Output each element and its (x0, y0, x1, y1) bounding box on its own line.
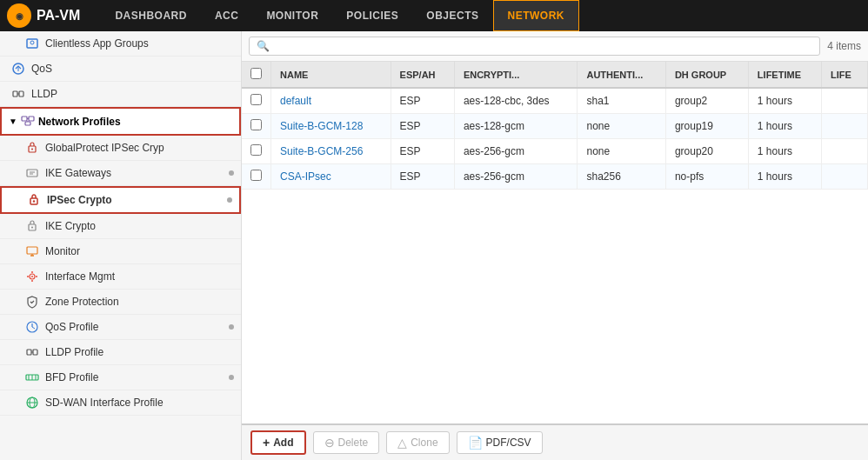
search-box: 🔍 (249, 37, 820, 56)
table-header-row: NAME ESP/AH ENCRYPTI... AUTHENTI... DH G… (242, 62, 868, 88)
ike-gateways-dot (229, 170, 234, 176)
qos-icon (10, 61, 26, 77)
nav-network[interactable]: NETWORK (493, 0, 580, 31)
row-4-checkbox[interactable] (250, 170, 262, 181)
row-2-lifetime: 1 hours (748, 114, 821, 139)
sidebar-item-globalprotect[interactable]: GlobalProtect IPSec Cryp (0, 136, 241, 161)
item-count: 4 items (820, 40, 861, 52)
monitor-icon (24, 243, 40, 259)
row-4-name[interactable]: CSA-IPsec (271, 164, 391, 190)
clone-label: Clone (411, 437, 437, 449)
app-logo: ◉ PA-VM (7, 3, 80, 28)
svg-line-32 (32, 327, 35, 329)
select-all-checkbox[interactable] (250, 68, 262, 79)
add-button[interactable]: + Add (250, 430, 306, 455)
row-4-authentication: sha256 (578, 164, 665, 190)
sidebar-item-sdwan[interactable]: SD-WAN Interface Profile (0, 390, 241, 416)
lldp-label: LLDP (31, 88, 57, 100)
header-dh-group: DH GROUP (665, 62, 748, 88)
sidebar-item-ike-gateways[interactable]: IKE Gateways (0, 161, 241, 186)
interface-mgmt-label: Interface Mgmt (45, 270, 115, 283)
row-3-esp-ah: ESP (391, 139, 454, 164)
ipsec-crypto-dot (227, 197, 232, 203)
clone-button[interactable]: △ Clone (386, 431, 449, 454)
add-label: Add (273, 437, 293, 449)
row-3-life (821, 139, 867, 164)
row-checkbox-3 (242, 139, 271, 164)
row-1-name[interactable]: default (271, 88, 391, 114)
nav-monitor[interactable]: MONITOR (252, 0, 332, 31)
globalprotect-icon (24, 140, 40, 156)
sidebar-item-interface-mgmt[interactable]: Interface Mgmt (0, 264, 241, 290)
content-area: 🔍 4 items NAME ESP/AH ENCRYPTI... AUTHEN… (242, 31, 868, 460)
bfd-profile-dot (229, 375, 234, 380)
row-1-encryption: aes-128-cbc, 3des (454, 88, 578, 114)
interface-mgmt-icon (24, 269, 40, 284)
zone-protection-label: Zone Protection (45, 296, 119, 308)
nav-objects[interactable]: OBJECTS (412, 0, 492, 31)
svg-rect-33 (27, 350, 31, 355)
monitor-label: Monitor (45, 245, 80, 257)
table-row: default ESP aes-128-cbc, 3des sha1 group… (242, 88, 868, 114)
row-2-name[interactable]: Suite-B-GCM-128 (271, 114, 391, 139)
row-2-authentication: none (578, 114, 665, 139)
nav-dashboard[interactable]: DASHBOARD (101, 0, 201, 31)
row-checkbox-1 (242, 88, 271, 114)
qos-label: QoS (31, 63, 52, 75)
row-3-checkbox[interactable] (250, 144, 262, 156)
svg-point-20 (31, 227, 33, 229)
bottom-bar: + Add ⊖ Delete △ Clone 📄 PDF/CSV (242, 423, 868, 460)
nav-policies[interactable]: POLICIES (332, 0, 412, 31)
clone-icon: △ (397, 436, 407, 450)
top-navigation: ◉ PA-VM DASHBOARD ACC MONITOR POLICIES O… (0, 0, 868, 31)
nav-acc[interactable]: ACC (201, 0, 253, 31)
sidebar-item-lldp-profile[interactable]: LLDP Profile (0, 340, 241, 365)
sdwan-icon (24, 395, 40, 410)
header-esp-ah: ESP/AH (391, 62, 454, 88)
svg-rect-7 (22, 117, 27, 121)
sidebar-item-ike-crypto[interactable]: IKE Crypto (0, 214, 241, 239)
sidebar-item-monitor[interactable]: Monitor (0, 239, 241, 264)
table-row: CSA-IPsec ESP aes-256-gcm sha256 no-pfs … (242, 164, 868, 190)
row-4-encryption: aes-256-gcm (454, 164, 578, 190)
search-icon: 🔍 (257, 40, 270, 52)
qos-profile-label: QoS Profile (45, 321, 98, 333)
row-3-encryption: aes-256-gcm (454, 139, 578, 164)
sidebar-item-qos-profile[interactable]: QoS Profile (0, 315, 241, 340)
svg-rect-34 (33, 350, 37, 355)
qos-profile-icon (24, 319, 40, 335)
row-1-checkbox[interactable] (250, 94, 262, 105)
delete-button[interactable]: ⊖ Delete (313, 431, 380, 454)
logo-icon: ◉ (7, 3, 31, 28)
sidebar-item-lldp[interactable]: LLDP (0, 82, 241, 107)
sdwan-label: SD-WAN Interface Profile (45, 397, 164, 409)
sidebar-item-clientless[interactable]: Clientless App Groups (0, 31, 241, 57)
row-3-name[interactable]: Suite-B-GCM-256 (271, 139, 391, 164)
row-4-life (821, 164, 867, 190)
row-1-authentication: sha1 (578, 88, 665, 114)
svg-rect-5 (19, 91, 23, 97)
header-checkbox-col (242, 62, 271, 88)
table-wrapper: NAME ESP/AH ENCRYPTI... AUTHENTI... DH G… (242, 62, 868, 423)
sidebar-item-bfd-profile[interactable]: BFD Profile (0, 365, 241, 390)
search-input[interactable] (273, 40, 812, 52)
sidebar-item-network-profiles[interactable]: ▼ Network Profiles (0, 107, 241, 136)
row-1-dh-group: group2 (665, 88, 748, 114)
pdf-csv-button[interactable]: 📄 PDF/CSV (457, 431, 543, 454)
qos-profile-dot (229, 324, 234, 330)
svg-rect-14 (27, 170, 37, 177)
header-authentication: AUTHENTI... (578, 62, 665, 88)
row-2-checkbox[interactable] (250, 119, 262, 130)
svg-point-25 (31, 276, 33, 277)
sidebar-item-qos[interactable]: QoS (0, 57, 241, 82)
ipsec-crypto-icon (26, 192, 42, 208)
row-checkbox-2 (242, 114, 271, 139)
row-2-encryption: aes-128-gcm (454, 114, 578, 139)
network-profiles-label: Network Profiles (38, 116, 121, 128)
svg-rect-10 (25, 122, 30, 125)
sidebar-item-ipsec-crypto[interactable]: IPSec Crypto (0, 186, 241, 214)
sidebar-item-zone-protection[interactable]: Zone Protection (0, 290, 241, 315)
table-row: Suite-B-GCM-128 ESP aes-128-gcm none gro… (242, 114, 868, 139)
pdf-csv-label: PDF/CSV (486, 437, 531, 449)
ike-gateways-icon (24, 165, 40, 181)
